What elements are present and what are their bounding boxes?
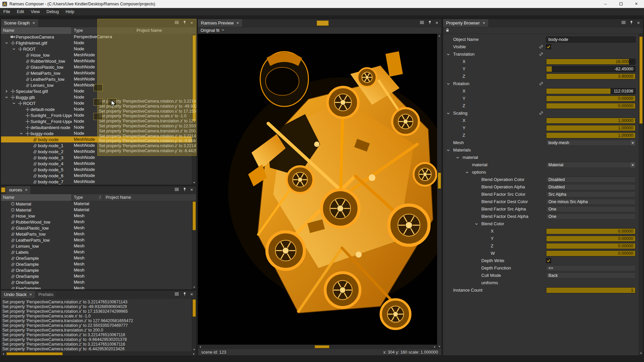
value-slider[interactable]: 1.00000 bbox=[546, 118, 636, 124]
overlay-undo-entry[interactable]: Set property 'PerspectiveCamera.rotation… bbox=[99, 148, 196, 154]
pin-icon[interactable] bbox=[428, 20, 432, 25]
chevron-down-icon[interactable] bbox=[10, 102, 17, 105]
value-slider[interactable]: 0.00000 bbox=[546, 103, 636, 109]
checkbox[interactable] bbox=[546, 258, 551, 263]
combo-box[interactable]: Material bbox=[546, 162, 636, 168]
value-slider[interactable]: 1.00000 bbox=[546, 132, 636, 138]
undo-entry[interactable]: Set property 'PerspectiveCamera.translat… bbox=[2, 328, 192, 333]
preview-render[interactable] bbox=[198, 34, 437, 345]
undo-entry[interactable]: Set property 'PerspectiveCamera.rotation… bbox=[2, 337, 192, 342]
undo-entry[interactable]: Set property 'PerspectiveCamera.rotation… bbox=[2, 347, 192, 351]
overlay-undo-entry[interactable]: Set property 'PerspectiveCamera.scale.x'… bbox=[99, 114, 196, 119]
tree-row[interactable]: Hose_lowMesh bbox=[1, 213, 192, 219]
value-slider[interactable]: 16.00000 bbox=[546, 59, 636, 65]
close-icon[interactable]: ✕ bbox=[190, 293, 193, 296]
column-header-type[interactable]: Type / bbox=[72, 194, 104, 201]
overlay-undo-entry[interactable]: Set property 'PerspectiveCamera.translat… bbox=[99, 129, 196, 134]
panel-menu-icon[interactable] bbox=[420, 20, 424, 25]
value-slider[interactable]: 0.00000 bbox=[546, 243, 636, 249]
undo-hscrollbar[interactable] bbox=[1, 352, 196, 356]
value-slider[interactable]: 0.00000 bbox=[546, 236, 636, 242]
pin-icon[interactable] bbox=[183, 292, 186, 297]
tree-row[interactable]: body-node_6MeshNode bbox=[1, 173, 192, 179]
scroll-left-icon[interactable] bbox=[198, 345, 203, 349]
value-slider[interactable]: 112.01836 bbox=[546, 88, 636, 94]
close-icon[interactable]: ✕ bbox=[435, 21, 438, 25]
column-header-name[interactable]: Name bbox=[1, 27, 72, 34]
combo-box[interactable]: One bbox=[546, 206, 636, 212]
checkbox[interactable] bbox=[546, 44, 551, 49]
menu-file[interactable]: File bbox=[0, 8, 13, 15]
tree-row[interactable]: OneSampleMesh bbox=[1, 255, 192, 261]
text-input[interactable]: body-node bbox=[546, 37, 636, 43]
tree-row[interactable]: RubberWood_lowMesh bbox=[1, 219, 192, 225]
tree-row[interactable]: MaterialMaterial bbox=[1, 201, 192, 207]
undo-entry[interactable]: Set property 'PerspectiveCamera.rotation… bbox=[2, 323, 192, 328]
scrollbar-thumb[interactable] bbox=[193, 299, 196, 317]
column-header-project-name[interactable]: Project Name bbox=[104, 194, 196, 201]
scrollbar-thumb[interactable] bbox=[193, 201, 196, 230]
scroll-down-icon[interactable] bbox=[192, 348, 196, 352]
maximize-button[interactable] bbox=[613, 0, 629, 8]
dock-handle[interactable] bbox=[317, 20, 329, 26]
menu-help[interactable]: Help bbox=[62, 8, 77, 15]
value-slider[interactable]: 0.00000 bbox=[546, 228, 636, 234]
scroll-down-icon[interactable] bbox=[192, 285, 196, 289]
combo-box[interactable]: One bbox=[546, 214, 636, 220]
menu-debug[interactable]: Debug bbox=[43, 8, 62, 15]
close-icon[interactable]: ✕ bbox=[637, 21, 640, 25]
tab-resources[interactable]: ources ✕ bbox=[6, 186, 31, 194]
minimize-button[interactable]: ─ bbox=[598, 0, 613, 8]
scrollbar-thumb[interactable] bbox=[639, 37, 643, 124]
tree-row[interactable]: OneSampleMesh bbox=[1, 261, 192, 267]
panel-menu-icon[interactable] bbox=[621, 20, 626, 25]
panel-menu-icon[interactable] bbox=[174, 187, 179, 192]
chevron-down-icon[interactable] bbox=[446, 52, 450, 57]
scroll-right-icon[interactable] bbox=[432, 345, 437, 349]
scrollbar-thumb[interactable] bbox=[6, 352, 63, 355]
overlay-undo-entry[interactable]: Set property 'PerspectiveCamera.rotation… bbox=[99, 143, 196, 148]
scroll-down-icon[interactable] bbox=[639, 351, 643, 355]
combo-box[interactable]: Disabled bbox=[546, 184, 636, 190]
undo-entry[interactable]: Set property 'PerspectiveCamera.translat… bbox=[2, 318, 192, 323]
scrollbar-thumb[interactable] bbox=[315, 345, 329, 348]
combo-box[interactable]: One minus Src Alpha bbox=[546, 199, 636, 205]
chevron-down-icon[interactable] bbox=[446, 148, 450, 153]
combo-box[interactable]: body-mesh bbox=[546, 140, 636, 146]
tree-row[interactable]: OneSampleMesh bbox=[1, 273, 192, 279]
tree-row[interactable]: OneSampleMesh bbox=[1, 279, 192, 285]
undo-entry[interactable]: Set property 'PerspectiveCamera.rotation… bbox=[2, 300, 192, 304]
scroll-left-icon[interactable] bbox=[1, 352, 6, 356]
combo-box[interactable]: <= bbox=[546, 265, 636, 271]
close-icon[interactable]: ✕ bbox=[190, 188, 193, 192]
tab-ramses-preview[interactable]: Ramses Preview ✕ bbox=[198, 19, 243, 27]
chevron-right-icon[interactable] bbox=[3, 89, 10, 93]
overlay-undo-entry[interactable]: Set property 'PerspectiveCamera.translat… bbox=[99, 119, 196, 124]
chevron-down-icon[interactable] bbox=[446, 82, 450, 87]
tree-row[interactable]: LabelsMesh bbox=[1, 249, 192, 255]
tree-row[interactable]: LeatherParts_lowMesh bbox=[1, 237, 192, 243]
value-slider[interactable]: 1 bbox=[546, 287, 636, 293]
tab-undo-stack[interactable]: Undo Stack ✕ bbox=[1, 291, 36, 298]
value-slider[interactable]: 0.00000 bbox=[546, 96, 636, 102]
scroll-right-icon[interactable] bbox=[192, 352, 196, 356]
overlay-undo-entry[interactable]: Set property 'PerspectiveCamera.rotation… bbox=[99, 124, 196, 129]
value-slider[interactable]: 0.00000 bbox=[546, 250, 636, 256]
preview-hscrollbar[interactable] bbox=[198, 345, 437, 349]
tree-row[interactable]: MaterialMaterial bbox=[1, 207, 192, 213]
tree-row[interactable]: body-node_7MeshNode bbox=[1, 179, 192, 185]
tree-row[interactable]: body-node_4MeshNode bbox=[1, 161, 192, 167]
close-icon[interactable]: ✕ bbox=[25, 188, 28, 192]
tree-row[interactable]: OneSampleMesh bbox=[1, 267, 192, 273]
close-icon[interactable]: ✕ bbox=[29, 293, 32, 296]
scrollbar-thumb[interactable] bbox=[438, 173, 441, 189]
chevron-down-icon[interactable] bbox=[18, 132, 24, 135]
undo-entry[interactable]: Set property 'PerspectiveCamera.rotation… bbox=[2, 333, 192, 337]
close-icon[interactable]: ✕ bbox=[482, 21, 485, 25]
chevron-down-icon[interactable] bbox=[456, 156, 460, 161]
menu-edit[interactable]: Edit bbox=[13, 8, 28, 15]
lock-icon[interactable] bbox=[445, 28, 449, 33]
scroll-down-icon[interactable] bbox=[192, 181, 196, 185]
tree-row[interactable]: Lenses_lowMesh bbox=[1, 243, 192, 249]
chevron-down-icon[interactable] bbox=[475, 222, 478, 227]
